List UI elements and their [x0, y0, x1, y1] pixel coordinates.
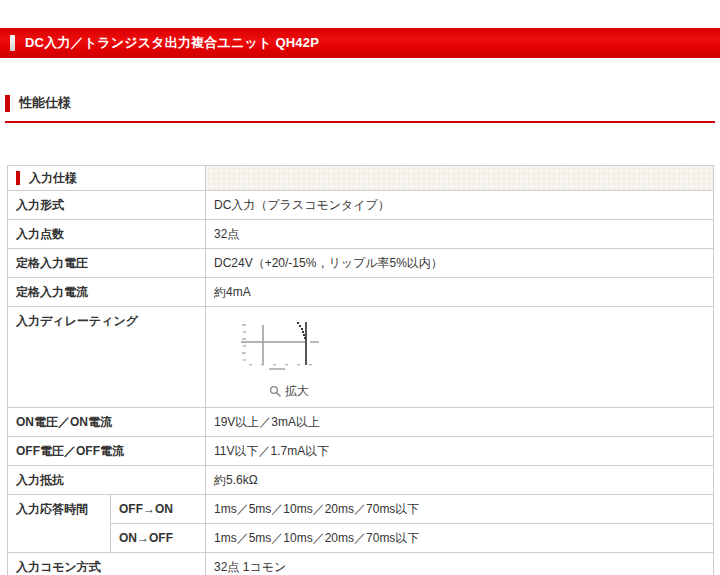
- spec-label: 入力抵抗: [8, 466, 206, 495]
- spec-label: 入力応答時間: [8, 495, 111, 553]
- input-spec-table: 入力仕様 入力形式 DC入力（プラスコモンタイプ） 入力点数 32点 定格入力電…: [7, 165, 714, 575]
- spec-group-header-pattern-cell: [206, 166, 714, 191]
- spec-value-derating-cell: 拡大: [206, 307, 714, 408]
- spec-value: 11V以下／1.7mA以下: [206, 437, 714, 466]
- spec-sub-label: OFF→ON: [111, 495, 206, 524]
- table-row: 定格入力電圧 DC24V（+20/-15%，リップル率5%以内）: [8, 249, 714, 278]
- table-row: OFF電圧／OFF電流 11V以下／1.7mA以下: [8, 437, 714, 466]
- table-row: ON→OFF 1ms／5ms／10ms／20ms／70ms以下: [8, 524, 714, 553]
- magnifier-icon: [269, 385, 281, 397]
- spec-value: DC入力（プラスコモンタイプ）: [206, 191, 714, 220]
- spec-label: 入力コモン方式: [8, 553, 206, 575]
- page-title-bar: DC入力／トランジスタ出力複合ユニット QH42P: [0, 28, 720, 58]
- page-title: DC入力／トランジスタ出力複合ユニット QH42P: [25, 34, 319, 52]
- spec-value: DC24V（+20/-15%，リップル率5%以内）: [206, 249, 714, 278]
- table-row: 入力応答時間 OFF→ON 1ms／5ms／10ms／20ms／70ms以下: [8, 495, 714, 524]
- section-heading: 性能仕様: [5, 94, 715, 123]
- section-accent-bar: [5, 95, 10, 112]
- table-row: ON電圧／ON電流 19V以上／3mA以上: [8, 408, 714, 437]
- table-row: 入力点数 32点: [8, 220, 714, 249]
- enlarge-link[interactable]: 拡大: [269, 384, 309, 398]
- table-row: 入力仕様: [8, 166, 714, 191]
- spec-label: 入力点数: [8, 220, 206, 249]
- spec-label: 定格入力電圧: [8, 249, 206, 278]
- spec-label: OFF電圧／OFF電流: [8, 437, 206, 466]
- spec-value: 32点: [206, 220, 714, 249]
- spec-label: ON電圧／ON電流: [8, 408, 206, 437]
- spec-label: 入力ディレーティング: [8, 307, 206, 408]
- title-accent-bar: [10, 35, 15, 51]
- spec-value: 19V以上／3mA以上: [206, 408, 714, 437]
- table-row: 入力抵抗 約5.6kΩ: [8, 466, 714, 495]
- spec-value: 1ms／5ms／10ms／20ms／70ms以下: [206, 524, 714, 553]
- spec-label: 定格入力電流: [8, 278, 206, 307]
- spec-group-header-label: 入力仕様: [29, 171, 77, 185]
- spec-group-header-cell: 入力仕様: [8, 166, 206, 191]
- table-row: 入力コモン方式 32点 1コモン: [8, 553, 714, 575]
- spec-value: 約4mA: [206, 278, 714, 307]
- spec-value: 32点 1コモン: [206, 553, 714, 575]
- spec-sub-label: ON→OFF: [111, 524, 206, 553]
- spec-value: 1ms／5ms／10ms／20ms／70ms以下: [206, 495, 714, 524]
- derating-chart-thumbnail[interactable]: [241, 314, 337, 372]
- table-row: 定格入力電流 約4mA: [8, 278, 714, 307]
- enlarge-link-label: 拡大: [285, 384, 309, 398]
- header-marker-bar: [16, 171, 20, 185]
- table-row: 入力ディレーティング: [8, 307, 714, 408]
- spec-value: 約5.6kΩ: [206, 466, 714, 495]
- spec-label: 入力形式: [8, 191, 206, 220]
- table-row: 入力形式 DC入力（プラスコモンタイプ）: [8, 191, 714, 220]
- section-heading-label: 性能仕様: [19, 94, 71, 112]
